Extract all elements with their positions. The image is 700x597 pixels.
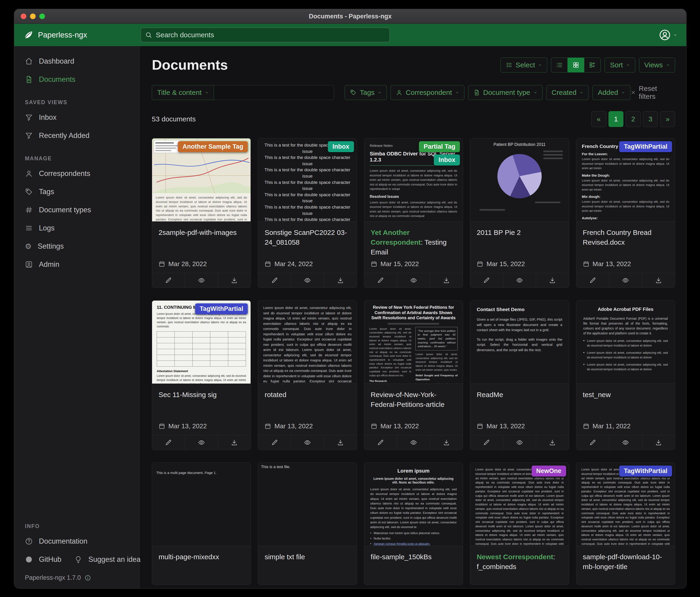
view-button[interactable]	[609, 435, 642, 450]
minimize-window-button[interactable]	[30, 14, 35, 19]
document-thumbnail[interactable]: Release NotesSimba ODBC Driver for SQL S…	[364, 138, 463, 222]
document-title[interactable]: 2sample-pdf-with-images	[158, 228, 244, 237]
view-button[interactable]	[291, 273, 324, 288]
download-button[interactable]	[324, 435, 356, 450]
edit-button[interactable]	[364, 273, 397, 288]
correspondent-link[interactable]: Yet Another Correspondent	[371, 229, 421, 246]
sidebar-item-logs[interactable]: Logs	[14, 219, 141, 237]
document-thumbnail[interactable]: Lorem ipsum dolor sit amet, consectetur …	[576, 463, 675, 546]
reset-filters-button[interactable]: Reset filters	[630, 85, 675, 100]
document-thumbnail[interactable]: This is a test file.	[258, 463, 356, 546]
correspondent-link[interactable]: Newest Correspondent	[477, 553, 553, 560]
sidebar-item-recently-added[interactable]: Recently Added	[14, 126, 141, 145]
document-thumbnail[interactable]: Patient BP Distribution 2011	[470, 138, 569, 222]
sort-button[interactable]: Sort	[604, 57, 635, 72]
edit-button[interactable]	[152, 273, 185, 288]
sidebar-item-dashboard[interactable]: Dashboard	[14, 52, 141, 70]
filter-text-input[interactable]	[214, 85, 334, 100]
edit-button[interactable]	[258, 273, 291, 288]
sidebar-item-documents[interactable]: Documents	[14, 70, 141, 89]
app-brand[interactable]: Paperless-ngx	[14, 30, 141, 40]
tag-chip-tagwithpartial[interactable]: TagWithPartial	[619, 141, 672, 152]
download-button[interactable]	[536, 435, 569, 450]
document-title[interactable]: ReadMe	[477, 390, 562, 400]
document-title[interactable]: French Country Bread Revised.docx	[583, 228, 668, 247]
document-thumbnail[interactable]: Lorem ipsum dolor sit amet, consectetur …	[258, 301, 356, 384]
view-details-button[interactable]	[584, 57, 601, 72]
sidebar-item-documentation[interactable]: Documentation	[14, 532, 141, 550]
filter-correspondent-button[interactable]: Correspondent	[391, 85, 464, 100]
edit-button[interactable]	[258, 435, 291, 450]
view-button[interactable]	[185, 435, 218, 450]
download-button[interactable]	[536, 273, 569, 288]
download-button[interactable]	[642, 435, 675, 450]
sidebar-item-github[interactable]: GitHub	[14, 550, 64, 569]
filter-created-button[interactable]: Created	[546, 85, 589, 100]
document-thumbnail[interactable]: Review of New York Federal Petitions for…	[364, 301, 463, 384]
document-title[interactable]: file-sample_150kBs	[371, 552, 456, 562]
view-grid-button[interactable]	[568, 57, 584, 72]
document-thumbnail[interactable]: Contact Sheet DemoGiven a set of image f…	[470, 301, 569, 384]
tag-chip-newone[interactable]: NewOne	[532, 465, 566, 477]
pagination-page-3[interactable]: 3	[643, 111, 658, 127]
view-button[interactable]	[397, 435, 430, 450]
edit-button[interactable]	[470, 273, 503, 288]
document-title[interactable]: multi-page-mixedxx	[158, 552, 244, 562]
document-title[interactable]: Yet Another Correspondent: Testing Email	[371, 228, 456, 257]
edit-button[interactable]	[152, 435, 185, 450]
download-button[interactable]	[324, 273, 356, 288]
download-button[interactable]	[642, 273, 675, 288]
sidebar-item-admin[interactable]: Admin	[14, 255, 141, 273]
tag-chip-tagwithpartial[interactable]: TagWithPartial	[195, 303, 248, 314]
document-thumbnail[interactable]: 11. CONTINUING MEDICAL EDUCATIONLorem ip…	[152, 301, 251, 384]
zoom-window-button[interactable]	[39, 14, 45, 19]
sidebar-item-tags[interactable]: Tags	[14, 183, 141, 201]
close-window-button[interactable]	[21, 14, 26, 19]
download-button[interactable]	[430, 435, 463, 450]
pagination-prev[interactable]: «	[591, 111, 606, 127]
filter-tags-button[interactable]: Tags	[345, 85, 387, 100]
view-button[interactable]	[503, 435, 536, 450]
tag-chip-partial-tag[interactable]: Partial Tag	[419, 141, 460, 152]
document-title[interactable]: 2011 BP Pie 2	[477, 228, 562, 237]
view-button[interactable]	[609, 273, 642, 288]
sidebar-item-correspondents[interactable]: Correspondents	[14, 165, 141, 183]
sidebar-item-suggest-an-idea[interactable]: Suggest an idea	[64, 550, 143, 569]
document-thumbnail[interactable]: Lorem ipsum dolor sit amet, consectetur …	[470, 463, 569, 546]
view-button[interactable]	[503, 273, 536, 288]
user-menu[interactable]	[659, 29, 677, 41]
document-title[interactable]: test_new	[583, 390, 668, 400]
document-title[interactable]: Review-of-New-York-Federal-Petitions-art…	[371, 390, 456, 409]
document-thumbnail[interactable]: This is a multi page document. Page 1.	[152, 463, 251, 546]
edit-button[interactable]	[576, 273, 609, 288]
search-input[interactable]	[155, 31, 385, 39]
document-title[interactable]: sample-pdf-download-10-mb-longer-title	[583, 552, 668, 572]
download-button[interactable]	[430, 273, 463, 288]
document-title[interactable]: rotated	[265, 390, 350, 400]
document-thumbnail[interactable]: Lorem ipsumLorem ipsum dolor sit amet, c…	[364, 463, 463, 546]
edit-button[interactable]	[576, 435, 609, 450]
sidebar-item-inbox[interactable]: Inbox	[14, 109, 141, 126]
tag-chip-inbox[interactable]: Inbox	[434, 154, 460, 165]
view-list-button[interactable]	[551, 57, 568, 72]
download-button[interactable]	[218, 273, 251, 288]
pagination-page-2[interactable]: 2	[626, 111, 641, 127]
tag-chip-tagwithpartial[interactable]: TagWithPartial	[619, 465, 672, 477]
view-button[interactable]	[185, 273, 218, 288]
document-title[interactable]: simple txt file	[265, 552, 350, 562]
pagination-next[interactable]: »	[660, 111, 675, 127]
tag-chip-another-sample-tag[interactable]: Another Sample Tag	[178, 141, 248, 152]
document-thumbnail[interactable]: This is a test for the double space char…	[258, 138, 356, 222]
sidebar-item-settings[interactable]: ⚙Settings	[14, 237, 141, 255]
tag-chip-inbox[interactable]: Inbox	[328, 141, 354, 152]
filter-document-type-button[interactable]: Document type	[468, 85, 543, 100]
select-button[interactable]: Select	[500, 57, 547, 72]
title-content-dropdown[interactable]: Title & content	[152, 85, 214, 100]
view-button[interactable]	[291, 435, 324, 450]
view-button[interactable]	[397, 273, 430, 288]
edit-button[interactable]	[470, 435, 503, 450]
filter-added-button[interactable]: Added	[593, 85, 630, 100]
document-thumbnail[interactable]: French Country BreadFor the Leaven:Lorem…	[576, 138, 675, 222]
document-title[interactable]: Sonstige ScanPC2022 03-24_081058	[265, 228, 350, 247]
document-thumbnail[interactable]: Adobe Acrobat PDF FilesAdobe® Portable D…	[576, 301, 675, 384]
